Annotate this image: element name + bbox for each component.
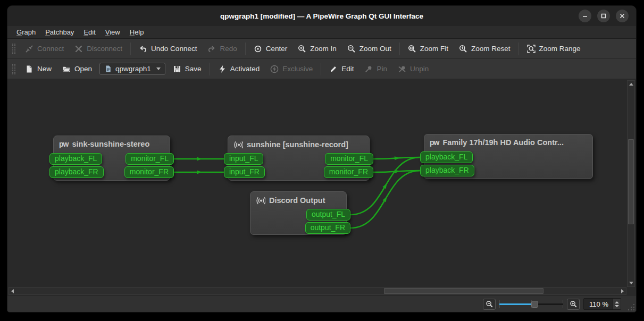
- port-family-playback_FR[interactable]: playback_FR: [420, 165, 474, 176]
- zoom-in-icon: [298, 45, 306, 53]
- open-label: Open: [74, 65, 92, 73]
- disconnect-label: Disconnect: [87, 45, 122, 53]
- toolbar-separator: [399, 43, 400, 55]
- zoom-percentage-value: 110 %: [584, 299, 613, 309]
- horizontal-scrollbar[interactable]: [9, 287, 626, 295]
- port-family-playback_FL[interactable]: playback_FL: [420, 151, 473, 163]
- port-discord-output_FR[interactable]: output_FR: [305, 222, 350, 234]
- save-icon: [173, 65, 181, 73]
- zoom-in-icon: [570, 300, 578, 308]
- redo-button[interactable]: Redo: [202, 42, 242, 56]
- zoom-slider[interactable]: [499, 299, 563, 309]
- spin-down-arrow[interactable]: [615, 305, 619, 307]
- center-label: Center: [266, 45, 288, 53]
- toolbar-file-patchbay: NewOpenqpwgraph1SaveActivatedExclusiveEd…: [7, 59, 636, 79]
- edit-label: Edit: [341, 65, 354, 73]
- zoom-reset-button[interactable]: Zoom Reset: [454, 42, 516, 56]
- toolbar-graph-actions: ConnectDisconnectUndo ConnectRedoCenterZ…: [7, 39, 636, 59]
- scroll-right-arrow[interactable]: [619, 288, 626, 294]
- port-sunshine-input_FR[interactable]: input_FR: [224, 166, 265, 178]
- center-button[interactable]: Center: [248, 42, 293, 56]
- zoom-slider-handle[interactable]: [531, 301, 538, 308]
- open-button[interactable]: Open: [57, 62, 97, 76]
- window-controls: [579, 10, 629, 22]
- connection-arrow-icon: [197, 170, 202, 174]
- vertical-scrollbar[interactable]: [627, 80, 635, 287]
- exclusive-label: Exclusive: [282, 65, 313, 73]
- zoom-range-button[interactable]: Zoom Range: [522, 42, 586, 56]
- menu-view[interactable]: View: [101, 27, 125, 38]
- new-label: New: [37, 65, 52, 73]
- open-icon: [62, 65, 71, 73]
- edit-button[interactable]: Edit: [324, 62, 359, 76]
- port-discord-output_FL[interactable]: output_FL: [306, 209, 350, 221]
- zoom-in-button[interactable]: Zoom In: [292, 42, 342, 56]
- zoom-out-label: Zoom Out: [359, 45, 391, 53]
- zoom-slider-fill: [499, 303, 534, 305]
- port-sunshine-input_FL[interactable]: input_FL: [224, 153, 263, 165]
- edit-pencil-icon: [329, 65, 338, 73]
- window-resize-grip[interactable]: [628, 304, 634, 310]
- maximize-icon: [600, 13, 607, 19]
- zoom-range-icon: [527, 45, 536, 53]
- toolbar-separator: [210, 63, 210, 75]
- toolbar-separator: [518, 43, 519, 55]
- toolbar-drag-handle[interactable]: [12, 64, 15, 74]
- patchbay-selector-dropdown[interactable]: qpwgraph1: [99, 63, 165, 75]
- minimize-icon: [582, 13, 588, 19]
- new-icon: [25, 65, 34, 73]
- toolbar-drag-handle[interactable]: [12, 44, 15, 54]
- graph-canvas[interactable]: pwsink-sunshine-stereoplayback_FLplaybac…: [7, 79, 636, 296]
- titlebar[interactable]: qpwgraph1 [modified] — A PipeWire Graph …: [7, 6, 636, 26]
- menu-edit[interactable]: Edit: [79, 27, 100, 38]
- spinbox-buttons: [613, 299, 621, 309]
- toolbar-separator: [245, 43, 246, 55]
- vertical-scroll-thumb[interactable]: [628, 139, 634, 224]
- port-sink-playback_FL[interactable]: playback_FL: [49, 153, 102, 165]
- port-sink-playback_FR[interactable]: playback_FR: [49, 166, 104, 178]
- zoom-in-mini-button[interactable]: [567, 299, 580, 310]
- menu-graph[interactable]: Graph: [12, 27, 40, 38]
- scroll-up-arrow[interactable]: [628, 81, 634, 88]
- horizontal-scroll-thumb[interactable]: [384, 288, 543, 294]
- menu-patchbay[interactable]: Patchbay: [40, 27, 79, 38]
- minimize-button[interactable]: [579, 10, 591, 22]
- activated-button[interactable]: Activated: [213, 62, 265, 76]
- save-label: Save: [185, 65, 202, 73]
- pin-button[interactable]: Pin: [359, 62, 392, 76]
- port-sunshine-monitor_FL[interactable]: monitor_FL: [325, 153, 373, 165]
- unpin-button[interactable]: Unpin: [392, 62, 434, 76]
- maximize-button[interactable]: [597, 10, 610, 22]
- zoom-out-button[interactable]: Zoom Out: [342, 42, 397, 56]
- pin-icon: [364, 65, 373, 73]
- menu-help[interactable]: Help: [125, 27, 149, 38]
- port-sink-monitor_FR[interactable]: monitor_FR: [124, 166, 174, 178]
- close-button[interactable]: [616, 10, 629, 22]
- connection-arrow-icon: [197, 157, 202, 160]
- undo-connect-button[interactable]: Undo Connect: [133, 42, 202, 56]
- activated-bolt-icon: [218, 65, 227, 73]
- zoom-fit-button[interactable]: Zoom Fit: [403, 42, 454, 56]
- exclusive-button[interactable]: Exclusive: [265, 62, 318, 76]
- disconnect-icon: [74, 45, 83, 53]
- zoom-in-label: Zoom In: [310, 45, 337, 53]
- new-button[interactable]: New: [20, 62, 57, 76]
- desktop: qpwgraph1 [modified] — A PipeWire Graph …: [0, 0, 644, 321]
- connection-arrow-icon: [395, 156, 400, 160]
- disconnect-button[interactable]: Disconnect: [69, 42, 128, 56]
- window-title: qpwgraph1 [modified] — A PipeWire Graph …: [220, 12, 423, 20]
- port-sink-monitor_FL[interactable]: monitor_FL: [126, 153, 174, 165]
- zoom-out-mini-button[interactable]: [483, 299, 496, 310]
- save-button[interactable]: Save: [168, 62, 207, 76]
- connect-button[interactable]: Connect: [20, 42, 69, 56]
- qpwgraph-window: qpwgraph1 [modified] — A PipeWire Graph …: [7, 5, 637, 312]
- scroll-left-arrow[interactable]: [9, 288, 16, 294]
- port-sunshine-monitor_FR[interactable]: monitor_FR: [324, 166, 373, 178]
- zoom-reset-label: Zoom Reset: [471, 45, 511, 53]
- close-icon: [619, 13, 625, 19]
- scroll-down-arrow[interactable]: [628, 280, 634, 286]
- spin-up-arrow[interactable]: [615, 301, 619, 303]
- zoom-percentage-spinbox[interactable]: 110 %: [583, 298, 621, 310]
- menubar: GraphPatchbayEditViewHelp: [7, 26, 636, 39]
- exclusive-bolt-icon: [270, 65, 279, 73]
